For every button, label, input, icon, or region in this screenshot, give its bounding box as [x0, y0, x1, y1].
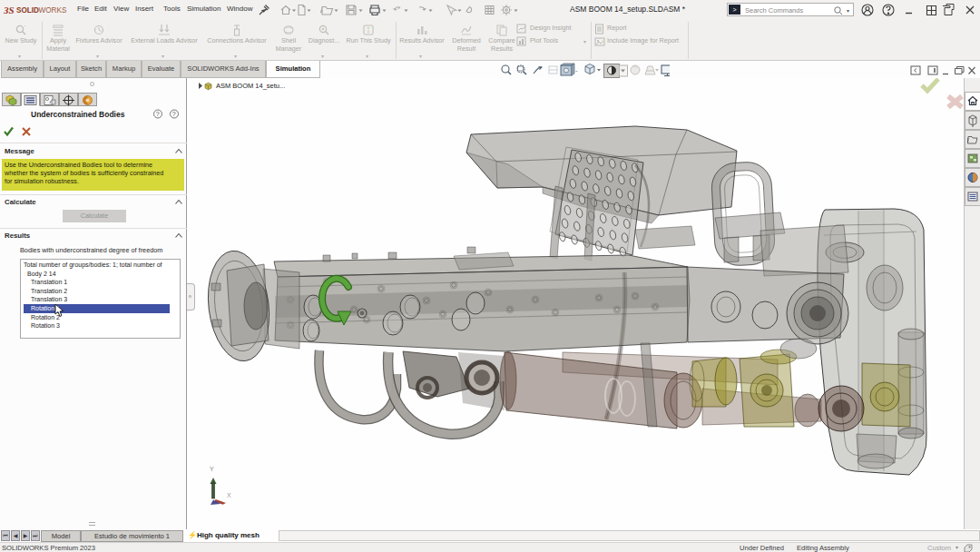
svg-text:X: X — [227, 492, 231, 498]
svg-text:WORKS: WORKS — [39, 6, 67, 15]
svg-text:?: ? — [156, 111, 160, 117]
svg-text:SOLID: SOLID — [16, 6, 39, 15]
svg-text:Y: Y — [210, 466, 214, 472]
svg-text:ЗS: ЗS — [4, 5, 15, 15]
svg-text:?: ? — [172, 111, 176, 117]
svg-text:-: - — [575, 66, 578, 74]
